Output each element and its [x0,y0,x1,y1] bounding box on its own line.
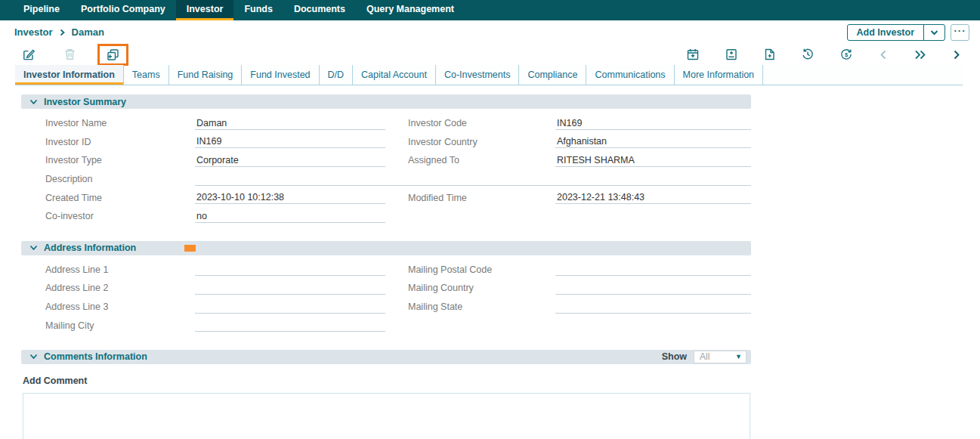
section-header-comments-information[interactable]: Comments Information Show All ▼ [21,350,751,364]
chevron-right-icon [59,29,66,36]
field-value-investor-type[interactable]: Corporate [195,154,385,167]
chevron-right-icon [951,49,962,60]
currency-sync-button[interactable]: $ [839,48,853,61]
field-label: Investor Type [21,155,195,165]
section-header-address-information[interactable]: Address Information [21,241,751,255]
chevron-down-icon[interactable] [29,354,38,360]
field-value-address-line-2[interactable] [195,282,385,295]
field-label: Investor ID [21,137,195,147]
toolbar-right-group: $ [661,48,962,61]
section-title: Address Information [44,243,136,253]
top-navigation: Pipeline Portfolio Company Investor Fund… [0,0,980,20]
svg-text:$: $ [845,51,849,58]
edit-icon [22,48,36,61]
add-task-button[interactable] [725,48,738,61]
clone-record-icon [106,48,120,62]
last-record-button[interactable] [914,49,926,60]
tab-fund-raising[interactable]: Fund Raising [169,65,243,85]
section-header-investor-summary[interactable]: Investor Summary [21,94,751,109]
nav-item-documents[interactable]: Documents [283,0,356,20]
field-value-investor-code[interactable]: IN169 [555,117,751,130]
section-title: Investor Summary [44,97,126,107]
more-options-button[interactable]: ··· [951,24,969,41]
tab-co-investments[interactable]: Co-Investments [436,65,520,85]
show-filter: Show All ▼ [662,351,747,363]
breadcrumb: Investor Daman [14,26,104,38]
field-label: Investor Name [21,118,195,128]
orange-cursor-marker [184,245,196,252]
add-comment-textarea[interactable] [23,393,750,439]
nav-item-query-management[interactable]: Query Management [356,0,465,20]
tab-investor-information[interactable]: Investor Information [15,65,124,85]
show-filter-select[interactable]: All ▼ [694,351,747,363]
nav-item-investor[interactable]: Investor [176,0,234,20]
field-value-address-line-3[interactable] [195,301,385,314]
tab-teams[interactable]: Teams [124,65,169,85]
tab-fund-invested[interactable]: Fund Invested [242,65,319,85]
field-label: Address Line 1 [21,264,195,275]
next-record-button[interactable] [951,49,962,60]
field-label: Mailing City [21,320,195,331]
highlight-box [97,44,128,66]
field-value-co-investor[interactable]: no [195,210,385,223]
field-label: Mailing State [408,301,555,312]
chevron-left-icon [878,49,889,60]
field-label: Mailing Postal Code [408,264,555,275]
field-value-investor-id[interactable]: IN169 [195,135,385,148]
field-label: Modified Time [408,193,555,203]
chevron-down-icon [930,29,938,36]
header-actions: Add Investor ··· [847,24,969,41]
field-label: Created Time [21,193,195,203]
add-investor-button[interactable]: Add Investor [848,25,923,40]
previous-record-button[interactable] [878,49,889,60]
nav-item-pipeline[interactable]: Pipeline [13,0,70,20]
breadcrumb-row: Investor Daman Add Investor ··· [0,20,980,44]
field-value-mailing-city[interactable] [195,319,385,332]
show-filter-value: All [700,351,709,362]
investor-summary-fields: Investor NameDaman Investor CodeIN169 In… [21,114,751,226]
add-event-icon [686,48,700,61]
breadcrumb-parent[interactable]: Investor [14,26,53,38]
edit-button[interactable] [22,48,36,61]
field-label: Address Line 2 [21,283,195,293]
field-value-modified-time[interactable]: 2023-12-21 13:48:43 [555,191,751,204]
field-value-created-time[interactable]: 2023-10-10 10:12:38 [195,191,385,204]
breadcrumb-current: Daman [72,26,104,38]
add-event-button[interactable] [686,48,700,61]
history-button[interactable] [801,48,815,61]
nav-item-portfolio-company[interactable]: Portfolio Company [70,0,176,20]
field-label: Address Line 3 [21,301,195,312]
add-comment-label: Add Comment [23,376,751,386]
tab-dd[interactable]: D/D [320,65,354,85]
field-value-mailing-postal-code[interactable] [555,263,751,276]
history-icon [801,48,815,61]
field-label: Mailing Country [408,283,555,293]
add-document-button[interactable] [763,48,776,61]
section-title: Comments Information [44,351,147,362]
field-label: Investor Code [408,118,555,128]
field-label: Investor Country [408,137,555,147]
field-value-mailing-state[interactable] [555,301,751,314]
field-value-investor-name[interactable]: Daman [195,117,385,130]
toolbar-left-group [22,44,128,66]
nav-item-funds[interactable]: Funds [233,0,283,20]
chevron-down-icon[interactable] [29,245,38,251]
clone-record-button[interactable] [106,48,120,62]
add-investor-dropdown-button[interactable] [923,25,944,40]
add-task-icon [725,48,738,61]
field-label: Co-investor [21,211,195,221]
address-information-fields: Address Line 1 Mailing Postal Code Addre… [21,261,751,335]
field-value-description[interactable] [195,173,751,186]
delete-button[interactable] [63,48,76,61]
tab-communications[interactable]: Communications [586,65,674,85]
tab-more-information[interactable]: More Information [675,65,763,85]
chevron-down-icon[interactable] [29,99,38,105]
field-value-address-line-1[interactable] [195,263,385,276]
tab-capital-account[interactable]: Capital Account [353,65,436,85]
field-value-mailing-country[interactable] [555,282,751,295]
field-value-investor-country[interactable]: Afghanistan [555,135,751,148]
currency-sync-icon: $ [839,48,853,61]
field-value-assigned-to[interactable]: RITESH SHARMA [555,154,751,167]
tab-compliance[interactable]: Compliance [519,65,586,85]
detail-tabbar: Investor Information Teams Fund Raising … [15,65,963,85]
